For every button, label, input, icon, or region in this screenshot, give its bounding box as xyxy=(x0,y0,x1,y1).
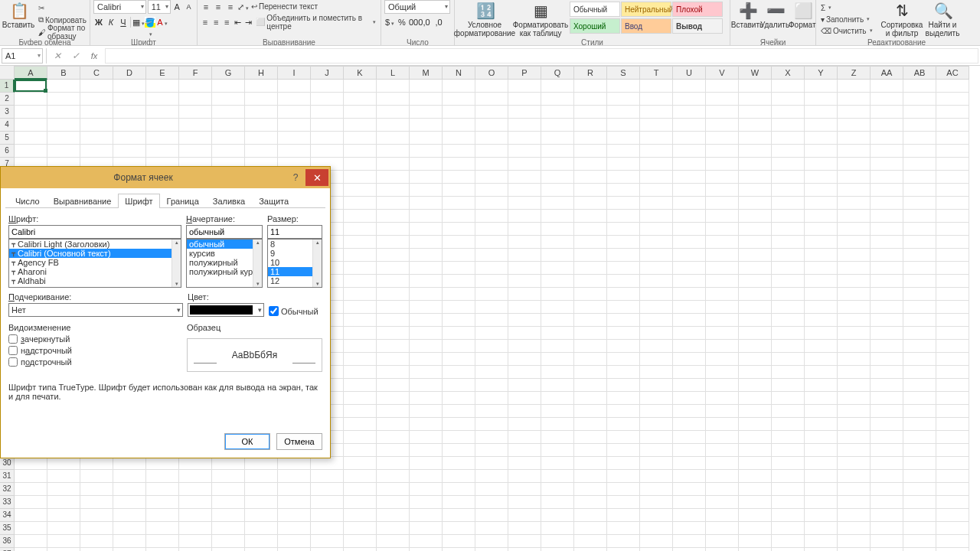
formula-input[interactable] xyxy=(105,48,978,64)
style-list-item[interactable]: полужирный xyxy=(187,258,253,267)
underline-select[interactable]: Нет xyxy=(8,303,183,317)
col-head-AC[interactable]: AC xyxy=(936,66,969,80)
style-neutral[interactable]: Нейтральный xyxy=(621,2,671,17)
size-list-item[interactable]: 8 xyxy=(268,240,312,249)
style-list-item[interactable]: обычный xyxy=(187,240,253,249)
size-list-item[interactable]: 14 xyxy=(268,285,312,288)
align-top-icon[interactable]: ≡ xyxy=(201,2,211,12)
col-head-AA[interactable]: AA xyxy=(871,66,903,80)
decrease-font-icon[interactable]: A xyxy=(184,2,194,12)
style-list-item[interactable]: полужирный курсив xyxy=(187,267,253,276)
col-head-G[interactable]: G xyxy=(212,66,245,80)
font-size-input[interactable] xyxy=(267,225,322,239)
row-head-6[interactable]: 6 xyxy=(0,145,15,158)
col-head-A[interactable]: A xyxy=(15,66,47,80)
col-head-Q[interactable]: Q xyxy=(541,66,574,80)
col-head-H[interactable]: H xyxy=(245,66,278,80)
dialog-tab-3[interactable]: Граница xyxy=(160,194,206,208)
style-bad[interactable]: Плохой xyxy=(672,2,723,17)
clear-button[interactable]: ⌫Очистить xyxy=(819,25,880,36)
size-list[interactable]: 8910111214 xyxy=(267,239,322,288)
row-head-4[interactable]: 4 xyxy=(0,119,15,132)
superscript-checkbox[interactable]: надстрочный xyxy=(8,346,182,355)
font-list-item[interactable]: Agency FB xyxy=(9,258,172,267)
col-head-E[interactable]: E xyxy=(146,66,179,80)
col-head-R[interactable]: R xyxy=(574,66,607,80)
percent-icon[interactable]: % xyxy=(397,17,407,28)
align-left-icon[interactable]: ≡ xyxy=(201,17,210,28)
size-list-item[interactable]: 10 xyxy=(268,258,312,267)
font-list[interactable]: Calibri Light (Заголовки)Calibri (Основн… xyxy=(8,239,181,288)
col-head-I[interactable]: I xyxy=(278,66,311,80)
font-name-combo[interactable]: Calibri xyxy=(93,0,146,14)
row-head-32[interactable]: 32 xyxy=(0,483,15,496)
col-head-N[interactable]: N xyxy=(443,66,475,80)
number-format-combo[interactable]: Общий xyxy=(384,0,450,14)
dec-decimal-icon[interactable]: ,0 xyxy=(433,17,444,28)
dialog-tab-5[interactable]: Защита xyxy=(252,194,296,208)
col-head-AB[interactable]: AB xyxy=(903,66,936,80)
align-center-icon[interactable]: ≡ xyxy=(211,17,220,28)
row-head-1[interactable]: 1 xyxy=(0,80,15,93)
style-normal[interactable]: Обычный xyxy=(570,2,620,17)
row-head-37[interactable]: 37 xyxy=(0,548,15,551)
font-name-input[interactable] xyxy=(8,225,181,239)
strikethrough-checkbox[interactable]: зачеркнутый xyxy=(8,334,182,344)
font-color-select[interactable] xyxy=(188,303,264,317)
dialog-tab-1[interactable]: Выравнивание xyxy=(47,194,119,208)
row-head-31[interactable]: 31 xyxy=(0,470,15,483)
style-list[interactable]: обычныйкурсивполужирныйполужирный курсив xyxy=(186,239,263,288)
size-list-item[interactable]: 11 xyxy=(268,267,312,276)
col-head-X[interactable]: X xyxy=(772,66,805,80)
cut-button[interactable]: ✂ xyxy=(37,2,88,13)
font-list-item[interactable]: Calibri Light (Заголовки) xyxy=(9,240,172,249)
style-output[interactable]: Вывод xyxy=(672,18,723,34)
dialog-close-button[interactable]: ✕ xyxy=(305,169,328,186)
dialog-tab-0[interactable]: Число xyxy=(8,194,47,208)
style-list-item[interactable]: курсив xyxy=(187,249,253,258)
column-headers[interactable]: ABCDEFGHIJKLMNOPQRSTUVWXYZAAABAC xyxy=(15,66,969,80)
fill-button[interactable]: ▾Заполнить xyxy=(819,14,880,24)
autosum-button[interactable]: Σ xyxy=(819,2,880,13)
font-size-combo[interactable]: 11 xyxy=(148,0,171,14)
scrollbar[interactable] xyxy=(253,240,262,287)
row-head-3[interactable]: 3 xyxy=(0,106,15,119)
indent-inc-icon[interactable]: ⇥ xyxy=(243,17,253,28)
merge-button[interactable]: ⬜Объединить и поместить в центре xyxy=(254,17,377,28)
size-list-item[interactable]: 9 xyxy=(268,249,312,258)
cancel-button[interactable]: Отмена xyxy=(276,433,322,450)
underline-button[interactable]: Ч xyxy=(118,17,129,28)
col-head-W[interactable]: W xyxy=(739,66,772,80)
col-head-D[interactable]: D xyxy=(113,66,146,80)
name-box[interactable]: A1 xyxy=(2,48,43,64)
paste-button[interactable]: 📋 Вставить xyxy=(3,1,34,37)
col-head-J[interactable]: J xyxy=(311,66,344,80)
format-painter-button[interactable]: 🖌Формат по образцу xyxy=(37,27,88,37)
col-head-S[interactable]: S xyxy=(607,66,640,80)
font-list-item[interactable]: Aldhabi xyxy=(9,276,172,285)
col-head-C[interactable]: C xyxy=(80,66,113,80)
select-all-corner[interactable] xyxy=(0,66,15,80)
italic-button[interactable]: К xyxy=(106,17,116,28)
indent-dec-icon[interactable]: ⇤ xyxy=(233,17,242,28)
row-head-5[interactable]: 5 xyxy=(0,132,15,145)
font-list-item[interactable]: Algerian xyxy=(9,285,172,288)
align-right-icon[interactable]: ≡ xyxy=(222,17,231,28)
row-head-36[interactable]: 36 xyxy=(0,535,15,548)
bold-button[interactable]: Ж xyxy=(93,17,104,28)
cancel-formula-icon[interactable]: ✕ xyxy=(50,48,65,64)
col-head-M[interactable]: M xyxy=(410,66,443,80)
wrap-text-button[interactable]: ↩Перенести текст xyxy=(250,2,319,12)
col-head-K[interactable]: K xyxy=(344,66,377,80)
style-input[interactable]: Ввод xyxy=(621,18,671,34)
font-list-item[interactable]: Aharoni xyxy=(9,267,172,276)
font-style-input[interactable] xyxy=(186,225,263,239)
row-head-2[interactable]: 2 xyxy=(0,93,15,106)
font-color-button[interactable]: A xyxy=(157,17,168,28)
comma-icon[interactable]: 000 xyxy=(409,17,420,28)
style-good[interactable]: Хороший xyxy=(570,18,620,34)
col-head-T[interactable]: T xyxy=(640,66,673,80)
scrollbar[interactable] xyxy=(312,240,322,287)
dialog-tab-4[interactable]: Заливка xyxy=(206,194,252,208)
normal-font-checkbox[interactable]: Обычный xyxy=(269,306,318,316)
